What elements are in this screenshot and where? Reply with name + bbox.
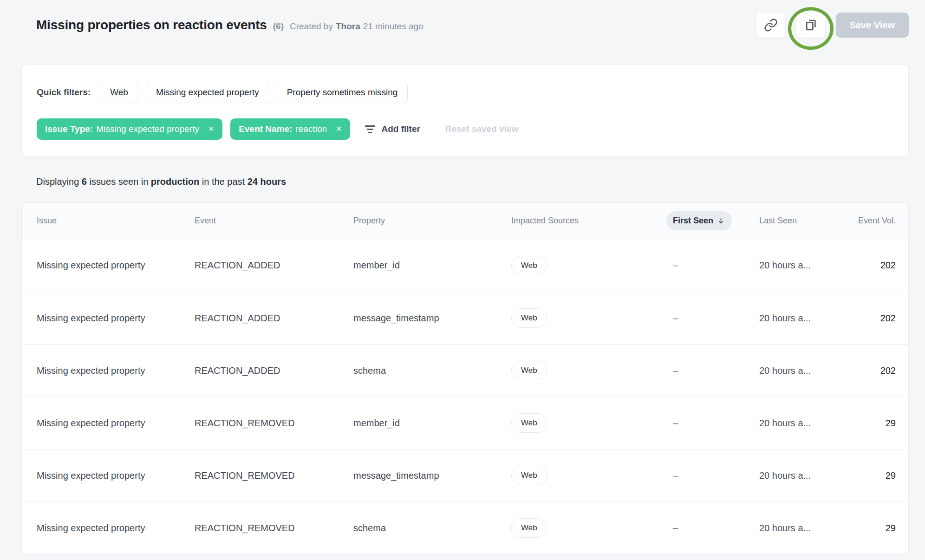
cell-last-seen: 20 hours a... bbox=[759, 418, 838, 429]
cell-event: REACTION_ADDED bbox=[195, 260, 353, 271]
cell-first-seen: – bbox=[666, 313, 759, 324]
source-badge: Web bbox=[511, 308, 547, 328]
cell-event: REACTION_ADDED bbox=[195, 313, 353, 324]
reset-saved-view-button[interactable]: Reset saved view bbox=[445, 124, 518, 134]
cell-impacted-sources: Web bbox=[511, 518, 666, 538]
quick-filter-chip[interactable]: Property sometimes missing bbox=[277, 82, 408, 103]
cell-property: member_id bbox=[353, 260, 511, 271]
add-filter-button[interactable]: Add filter bbox=[365, 124, 420, 134]
column-header-impacted-sources[interactable]: Impacted Sources bbox=[511, 216, 666, 226]
active-filter-pill: Event Name: reaction ✕ bbox=[230, 118, 350, 140]
created-by-label: Created by bbox=[290, 21, 333, 32]
cell-event-vol: 202 bbox=[838, 365, 896, 376]
author-name: Thora bbox=[336, 21, 360, 32]
cell-issue: Missing expected property bbox=[37, 418, 195, 429]
cell-event: REACTION_ADDED bbox=[195, 365, 353, 376]
cell-issue: Missing expected property bbox=[37, 365, 195, 376]
cell-impacted-sources: Web bbox=[511, 361, 666, 380]
issues-table: Issue Event Property Impacted Sources Fi… bbox=[21, 202, 909, 554]
page: Missing properties on reaction events (6… bbox=[0, 0, 925, 560]
summary-text-part: in the past bbox=[199, 176, 247, 187]
title-actions: Save View bbox=[756, 12, 909, 38]
summary-text-part: 6 bbox=[82, 176, 87, 187]
quick-filters-row: Quick filters: Web Missing expected prop… bbox=[37, 82, 893, 103]
active-filters-row: Issue Type: Missing expected property ✕ … bbox=[37, 118, 893, 140]
cell-event-vol: 202 bbox=[838, 260, 896, 271]
cell-last-seen: 20 hours a... bbox=[759, 523, 838, 534]
page-title: Missing properties on reaction events bbox=[36, 18, 267, 33]
cell-impacted-sources: Web bbox=[511, 256, 666, 275]
cell-impacted-sources: Web bbox=[511, 413, 666, 433]
cell-first-seen: – bbox=[666, 523, 759, 534]
table-row[interactable]: Missing expected property REACTION_REMOV… bbox=[22, 501, 908, 554]
quick-filters-label: Quick filters: bbox=[37, 87, 91, 98]
source-badge: Web bbox=[511, 466, 547, 485]
table-row[interactable]: Missing expected property REACTION_ADDED… bbox=[22, 239, 908, 292]
cell-last-seen: 20 hours a... bbox=[759, 313, 838, 324]
summary-text-part: issues seen in bbox=[87, 176, 151, 187]
column-header-event-vol[interactable]: Event Vol. bbox=[838, 216, 896, 226]
copy-icon bbox=[804, 18, 818, 32]
issue-count: (6) bbox=[273, 21, 284, 32]
created-time-ago: 21 minutes ago bbox=[363, 21, 423, 32]
cell-property: message_timestamp bbox=[353, 470, 511, 481]
quick-filter-chip[interactable]: Web bbox=[100, 82, 138, 103]
column-header-first-seen: First Seen bbox=[666, 211, 759, 230]
cell-property: message_timestamp bbox=[353, 313, 511, 324]
cell-event: REACTION_REMOVED bbox=[195, 523, 353, 534]
title-group: Missing properties on reaction events (6… bbox=[36, 18, 423, 33]
table-header-row: Issue Event Property Impacted Sources Fi… bbox=[22, 203, 908, 239]
cell-event-vol: 202 bbox=[838, 313, 896, 324]
column-header-last-seen[interactable]: Last Seen bbox=[759, 216, 838, 226]
cell-impacted-sources: Web bbox=[511, 466, 666, 485]
quick-filter-chip[interactable]: Missing expected property bbox=[146, 82, 269, 103]
cell-property: member_id bbox=[353, 418, 511, 429]
cell-first-seen: – bbox=[666, 365, 759, 376]
column-header-event[interactable]: Event bbox=[195, 216, 353, 226]
annotated-button-wrapper bbox=[796, 12, 826, 38]
source-badge: Web bbox=[511, 256, 547, 275]
table-row[interactable]: Missing expected property REACTION_ADDED… bbox=[22, 344, 908, 397]
cell-last-seen: 20 hours a... bbox=[759, 470, 838, 481]
results-summary: Displaying 6 issues seen in production i… bbox=[36, 175, 909, 188]
add-filter-label: Add filter bbox=[381, 124, 420, 134]
table-row[interactable]: Missing expected property REACTION_ADDED… bbox=[22, 292, 908, 344]
summary-text-part: Displaying bbox=[36, 176, 82, 187]
cell-first-seen: – bbox=[666, 470, 759, 481]
cell-event: REACTION_REMOVED bbox=[195, 470, 353, 481]
cell-issue: Missing expected property bbox=[37, 523, 195, 534]
cell-event-vol: 29 bbox=[838, 418, 896, 429]
cell-issue: Missing expected property bbox=[37, 313, 195, 324]
duplicate-view-button[interactable] bbox=[796, 12, 826, 38]
table-row[interactable]: Missing expected property REACTION_REMOV… bbox=[22, 397, 908, 449]
remove-filter-icon[interactable]: ✕ bbox=[336, 125, 342, 133]
cell-issue: Missing expected property bbox=[37, 470, 195, 481]
summary-text-part: 24 hours bbox=[248, 176, 286, 187]
table-body: Missing expected property REACTION_ADDED… bbox=[22, 239, 908, 554]
cell-event-vol: 29 bbox=[838, 470, 896, 481]
titlebar: Missing properties on reaction events (6… bbox=[36, 12, 909, 38]
link-icon bbox=[764, 18, 778, 32]
cell-event: REACTION_REMOVED bbox=[195, 418, 353, 429]
filter-card: Quick filters: Web Missing expected prop… bbox=[21, 65, 909, 157]
cell-property: schema bbox=[353, 523, 511, 534]
cell-issue: Missing expected property bbox=[37, 260, 195, 271]
cell-first-seen: – bbox=[666, 418, 759, 429]
remove-filter-icon[interactable]: ✕ bbox=[208, 125, 214, 133]
table-row[interactable]: Missing expected property REACTION_REMOV… bbox=[22, 449, 908, 501]
active-filter-pill: Issue Type: Missing expected property ✕ bbox=[37, 118, 222, 140]
cell-last-seen: 20 hours a... bbox=[759, 260, 838, 271]
summary-text-part: production bbox=[151, 176, 199, 187]
copy-link-button[interactable] bbox=[756, 12, 786, 38]
cell-event-vol: 29 bbox=[838, 523, 896, 534]
column-header-issue[interactable]: Issue bbox=[37, 216, 195, 226]
column-header-property[interactable]: Property bbox=[353, 216, 511, 226]
save-view-button[interactable]: Save View bbox=[836, 13, 909, 38]
sort-descending-icon bbox=[717, 217, 724, 224]
sort-first-seen-button[interactable]: First Seen bbox=[666, 211, 732, 230]
source-badge: Web bbox=[511, 518, 547, 538]
cell-impacted-sources: Web bbox=[511, 308, 666, 328]
created-by-line: Created by Thora 21 minutes ago bbox=[290, 21, 423, 32]
quick-filter-chips: Web Missing expected property Property s… bbox=[100, 82, 408, 103]
source-badge: Web bbox=[511, 413, 547, 433]
